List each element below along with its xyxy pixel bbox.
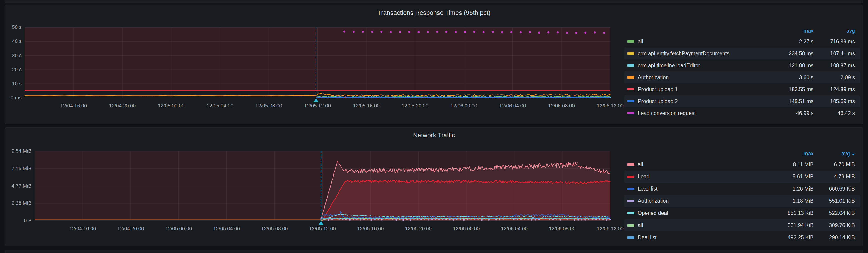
series-toggle[interactable]: Lead xyxy=(627,174,771,180)
y-axis-tick: 0 ms xyxy=(5,95,22,101)
annotation-marker[interactable] xyxy=(314,98,318,102)
series-color-swatch xyxy=(627,88,634,91)
series-label[interactable]: crm.api.entity.fetchPaymentDocuments xyxy=(638,50,729,57)
panel-network-traffic: Network Traffic maxavgall8.11 MiB6.70 Mi… xyxy=(5,128,863,246)
y-axis-tick: 50 s xyxy=(5,24,22,30)
series-label[interactable]: Deal list xyxy=(638,234,657,241)
series-toggle[interactable]: crm.api.entity.fetchPaymentDocuments xyxy=(627,50,771,57)
x-axis-tick: 12/06 12:00 xyxy=(585,226,636,232)
y-axis-tick: 4.77 MiB xyxy=(5,183,32,189)
series-color-swatch xyxy=(627,64,634,67)
series-toggle[interactable]: Lead list xyxy=(627,186,771,192)
series-avg-value: 522.04 KiB xyxy=(813,210,855,216)
y-axis-tick: 2.38 MiB xyxy=(5,200,32,206)
x-axis-tick: 12/05 12:00 xyxy=(292,103,343,109)
x-axis-tick: 12/06 04:00 xyxy=(489,226,539,232)
series-color-swatch xyxy=(627,52,634,55)
series-label[interactable]: all xyxy=(638,161,643,168)
series-label[interactable]: Opened deal xyxy=(638,210,668,216)
series-toggle[interactable]: Product upload 2 xyxy=(627,98,771,104)
series-avg-value: 4.79 MiB xyxy=(813,174,855,180)
series-label[interactable]: Authorization xyxy=(638,74,669,81)
x-axis-tick: 12/06 00:00 xyxy=(441,226,492,232)
series-toggle[interactable]: Authorization xyxy=(627,198,771,204)
legend-sort-max[interactable]: max xyxy=(771,28,813,34)
series-toggle[interactable]: all xyxy=(627,161,771,168)
legend-sort-avg[interactable]: avg xyxy=(813,151,855,157)
series-max-value: 1.26 MiB xyxy=(771,186,813,192)
series-color-swatch xyxy=(627,76,634,78)
legend-row[interactable]: Product upload 1183.55 ms124.89 ms xyxy=(624,83,860,95)
legend-row[interactable]: crm.api.timeline.loadEditor121.00 ms108.… xyxy=(624,60,860,71)
series-label[interactable]: Product upload 2 xyxy=(638,98,678,104)
x-axis-tick: 12/05 00:00 xyxy=(153,226,204,232)
series-avg-value: 309.76 KiB xyxy=(813,222,855,228)
series-color-swatch xyxy=(627,176,634,178)
series-toggle[interactable]: Lead conversion request xyxy=(627,110,771,116)
series-avg-value: 124.89 ms xyxy=(813,86,855,93)
series-color-swatch xyxy=(627,212,634,214)
legend-row[interactable]: Authorization1.18 MiB551.01 KiB xyxy=(624,195,860,207)
series-label[interactable]: Lead list xyxy=(638,186,657,192)
annotation-marker[interactable] xyxy=(319,221,323,224)
x-axis-tick: 12/06 08:00 xyxy=(537,226,588,232)
x-axis-tick: 12/06 00:00 xyxy=(439,103,489,109)
legend-row[interactable]: Authorization3.60 s2.09 s xyxy=(624,71,860,83)
legend-row[interactable]: Lead list1.26 MiB660.69 KiB xyxy=(624,183,860,195)
series-max-value: 331.94 KiB xyxy=(771,222,813,228)
legend-row[interactable]: Lead5.61 MiB4.79 MiB xyxy=(624,171,860,183)
x-axis-tick: 12/06 08:00 xyxy=(536,103,587,109)
y-axis-tick: 9.54 MiB xyxy=(5,148,32,154)
x-axis-tick: 12/04 20:00 xyxy=(105,226,156,232)
panel-partial-bottom xyxy=(5,250,863,253)
series-label[interactable]: crm.api.timeline.loadEditor xyxy=(638,63,700,69)
series-label[interactable]: Authorization xyxy=(638,198,669,204)
legend-row[interactable]: all8.11 MiB6.70 MiB xyxy=(624,158,860,171)
series-label[interactable]: Lead xyxy=(638,174,650,180)
series-label[interactable]: Product upload 1 xyxy=(638,86,678,93)
panel-transactions-response-times: Transactions Response Times (95th pct) m… xyxy=(5,5,863,124)
series-toggle[interactable]: all xyxy=(627,222,771,228)
x-axis-tick: 12/06 04:00 xyxy=(487,103,538,109)
series-toggle[interactable]: Product upload 1 xyxy=(627,86,771,93)
series-label[interactable]: Lead conversion request xyxy=(638,110,696,116)
legend-row[interactable]: all2.27 s716.89 ms xyxy=(624,36,860,47)
legend-row[interactable]: all331.94 KiB309.76 KiB xyxy=(624,219,860,231)
x-axis-tick: 12/05 16:00 xyxy=(341,103,392,109)
legend-sort-avg[interactable]: avg xyxy=(813,28,855,34)
legend-row[interactable]: Product upload 2149.51 ms105.69 ms xyxy=(624,95,860,107)
series-toggle[interactable]: Authorization xyxy=(627,74,771,81)
series-color-swatch xyxy=(627,188,634,190)
series-toggle[interactable]: Opened deal xyxy=(627,210,771,216)
series-label[interactable]: all xyxy=(638,39,643,45)
x-axis-tick: 12/05 08:00 xyxy=(249,226,300,232)
series-avg-value: 108.87 ms xyxy=(813,63,855,69)
legend-row[interactable]: Opened deal851.13 KiB522.04 KiB xyxy=(624,207,860,219)
series-max-value: 851.13 KiB xyxy=(771,210,813,216)
series-max-value: 1.18 MiB xyxy=(771,198,813,204)
series-toggle[interactable]: all xyxy=(627,39,771,45)
series-max-value: 5.61 MiB xyxy=(771,174,813,180)
series-color-swatch xyxy=(627,100,634,102)
y-axis-tick: 10 s xyxy=(5,81,22,87)
y-axis-tick: 30 s xyxy=(5,52,22,59)
series-avg-value: 105.69 ms xyxy=(813,98,855,104)
legend-row[interactable]: Lead conversion request46.99 s46.42 s xyxy=(624,107,860,119)
x-axis-tick: 12/05 04:00 xyxy=(194,103,245,109)
series-toggle[interactable]: Deal list xyxy=(627,234,771,241)
series-color-swatch xyxy=(627,112,634,114)
series-toggle[interactable]: crm.api.timeline.loadEditor xyxy=(627,63,771,69)
series-max-value: 149.51 ms xyxy=(771,98,813,104)
series-avg-value: 290.14 KiB xyxy=(813,234,855,241)
series-label[interactable]: all xyxy=(638,222,643,228)
legend-table: maxavgall2.27 s716.89 mscrm.api.entity.f… xyxy=(624,26,860,119)
x-axis-tick: 12/05 20:00 xyxy=(390,103,440,109)
legend-row[interactable]: crm.api.entity.fetchPaymentDocuments234.… xyxy=(624,47,860,60)
legend-row[interactable]: Deal list492.25 KiB290.14 KiB xyxy=(624,231,860,244)
series-color-swatch xyxy=(627,200,634,202)
legend-sort-max[interactable]: max xyxy=(771,151,813,157)
series-avg-value: 6.70 MiB xyxy=(813,161,855,168)
x-axis-tick: 12/04 16:00 xyxy=(58,226,108,232)
series-max-value: 3.60 s xyxy=(771,74,813,81)
legend-table: maxavgall8.11 MiB6.70 MiBLead5.61 MiB4.7… xyxy=(624,149,860,244)
